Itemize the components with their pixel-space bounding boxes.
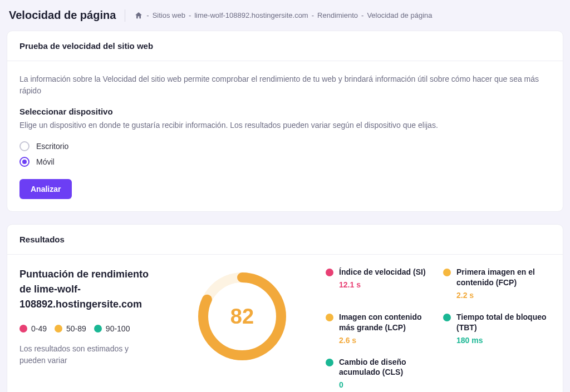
home-icon[interactable] bbox=[134, 11, 143, 20]
metric-value: 2.6 s bbox=[339, 336, 433, 345]
analyze-button[interactable]: Analizar bbox=[19, 179, 72, 199]
metric-value: 2.2 s bbox=[456, 291, 551, 300]
dot-icon bbox=[19, 325, 27, 333]
radio-icon[interactable] bbox=[19, 141, 30, 151]
breadcrumb-sep: - bbox=[361, 11, 363, 19]
dot-icon bbox=[326, 314, 333, 321]
breadcrumb-item: Velocidad de página bbox=[367, 11, 432, 19]
speed-test-info: La información sobre la Velocidad del si… bbox=[19, 73, 551, 97]
dot-icon bbox=[94, 325, 102, 333]
device-option-desktop[interactable]: Escritorio bbox=[19, 141, 551, 151]
results-summary: Puntuación de rendimiento de lime-wolf-1… bbox=[19, 267, 159, 366]
metric-name: Primera imagen en el contenido (FCP) bbox=[456, 267, 551, 288]
breadcrumb-sep: - bbox=[146, 11, 149, 19]
legend-label: 50-89 bbox=[66, 324, 86, 333]
metric-name: Imagen con contenido más grande (LCP) bbox=[339, 312, 433, 333]
legend-green: 90-100 bbox=[94, 324, 130, 333]
score-domain: lime-wolf-108892.hostingersite.com bbox=[19, 284, 142, 310]
legend-orange: 50-89 bbox=[55, 324, 86, 333]
dot-icon bbox=[443, 269, 451, 276]
breadcrumb-sep: - bbox=[189, 11, 191, 19]
estimate-note: Los resultados son estimados y pueden va… bbox=[19, 343, 142, 366]
results-card: Resultados Puntuación de rendimiento de … bbox=[7, 224, 563, 392]
speed-test-card: Prueba de velocidad del sitio web La inf… bbox=[7, 31, 563, 212]
radio-label: Móvil bbox=[36, 157, 55, 166]
metric-fcp: Primera imagen en el contenido (FCP) 2.2… bbox=[443, 267, 551, 300]
breadcrumb-item[interactable]: Sitios web bbox=[153, 11, 185, 19]
select-device-title: Seleccionar dispositivo bbox=[19, 107, 551, 116]
breadcrumb-item[interactable]: Rendimiento bbox=[317, 11, 358, 19]
radio-label: Escritorio bbox=[36, 142, 68, 151]
metric-value: 180 ms bbox=[456, 336, 551, 345]
legend-red: 0-49 bbox=[19, 324, 47, 333]
select-device-text: Elige un dispositivo en donde te gustarí… bbox=[19, 120, 551, 131]
breadcrumb-sep: - bbox=[312, 11, 314, 19]
dot-icon bbox=[326, 359, 333, 366]
metric-value: 12.1 s bbox=[339, 280, 426, 289]
speed-test-title: Prueba de velocidad del sitio web bbox=[7, 31, 563, 61]
divider bbox=[125, 9, 125, 22]
score-value: 82 bbox=[195, 269, 289, 364]
dot-icon bbox=[55, 325, 62, 333]
legend-label: 90-100 bbox=[106, 324, 130, 333]
radio-icon[interactable] bbox=[19, 157, 30, 167]
metric-name: Índice de velocidad (SI) bbox=[339, 267, 426, 277]
metric-name: Tiempo total de bloqueo (TBT) bbox=[456, 312, 551, 333]
metric-si: Índice de velocidad (SI) 12.1 s bbox=[326, 267, 433, 300]
device-option-mobile[interactable]: Móvil bbox=[19, 157, 551, 167]
page-title: Velocidad de página bbox=[9, 9, 116, 22]
score-legend: 0-49 50-89 90-100 bbox=[19, 324, 159, 333]
legend-label: 0-49 bbox=[31, 324, 47, 333]
dot-icon bbox=[443, 314, 451, 321]
dot-icon bbox=[326, 269, 333, 276]
score-title: Puntuación de rendimiento de lime-wolf-1… bbox=[19, 267, 159, 312]
metric-name: Cambio de diseño acumulado (CLS) bbox=[339, 357, 433, 378]
metric-lcp: Imagen con contenido más grande (LCP) 2.… bbox=[326, 312, 433, 345]
device-radio-group: Escritorio Móvil bbox=[19, 141, 551, 167]
metrics-grid: Índice de velocidad (SI) 12.1 s Primera … bbox=[326, 267, 551, 389]
metric-value: 0 bbox=[339, 380, 433, 389]
breadcrumb-item[interactable]: lime-wolf-108892.hostingersite.com bbox=[194, 11, 308, 19]
metric-tbt: Tiempo total de bloqueo (TBT) 180 ms bbox=[443, 312, 551, 345]
results-title: Resultados bbox=[7, 225, 563, 255]
score-gauge: 82 bbox=[164, 267, 320, 364]
metric-cls: Cambio de diseño acumulado (CLS) 0 bbox=[326, 357, 433, 390]
breadcrumb: - Sitios web - lime-wolf-108892.hostinge… bbox=[134, 11, 432, 20]
